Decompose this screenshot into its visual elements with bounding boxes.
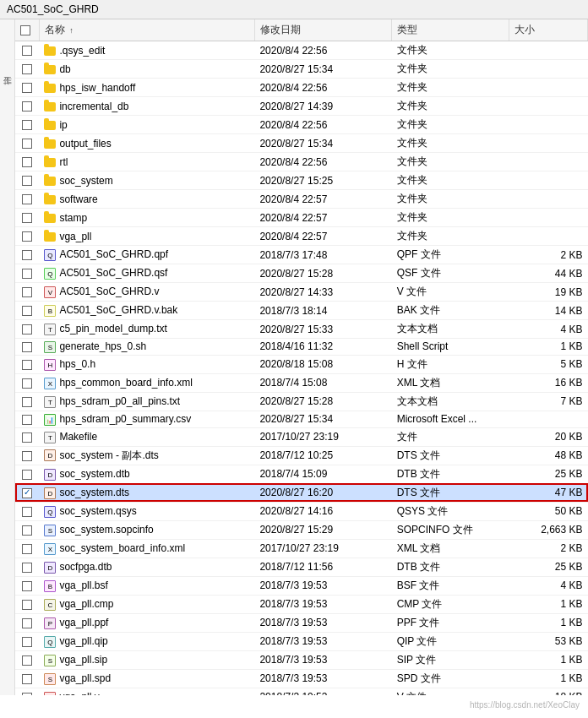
col-header-date[interactable]: 修改日期 bbox=[254, 19, 391, 41]
table-row[interactable]: Svga_pll.spd2018/7/3 19:53SPD 文件1 KB bbox=[15, 669, 588, 688]
row-checkbox[interactable] bbox=[22, 342, 32, 352]
row-checkbox[interactable] bbox=[22, 139, 32, 149]
table-row[interactable]: db2020/8/27 15:34文件夹 bbox=[15, 60, 588, 79]
table-row[interactable]: stamp2020/8/4 22:57文件夹 bbox=[15, 209, 588, 227]
main-content[interactable]: 名称 ↑ 修改日期 类型 大小 .qsys_edit2020/8/4 22:56… bbox=[15, 19, 588, 695]
table-row[interactable]: Sgenerate_hps_0.sh2018/4/16 11:32Shell S… bbox=[15, 339, 588, 356]
table-row[interactable]: 📊hps_sdram_p0_summary.csv2020/8/27 15:34… bbox=[15, 411, 588, 427]
table-row[interactable]: Dsoc_system - 副本.dts2018/7/12 10:25DTS 文… bbox=[15, 446, 588, 465]
table-row[interactable]: Pvga_pll.ppf2018/7/3 19:53PPF 文件1 KB bbox=[15, 613, 588, 632]
row-checkbox[interactable] bbox=[22, 194, 32, 204]
row-checkbox[interactable] bbox=[22, 563, 32, 573]
file-type: BSF 文件 bbox=[392, 576, 509, 595]
row-checkbox[interactable] bbox=[22, 674, 32, 684]
table-row[interactable]: QAC501_SoC_GHRD.qsf2020/8/27 15:28QSF 文件… bbox=[15, 264, 588, 283]
row-checkbox-cell bbox=[15, 171, 39, 190]
row-checkbox[interactable] bbox=[22, 581, 32, 591]
row-checkbox[interactable] bbox=[22, 101, 32, 112]
table-row[interactable]: vga_pll2020/8/4 22:57文件夹 bbox=[15, 227, 588, 246]
file-name: Xsoc_system_board_info.xml bbox=[39, 539, 254, 558]
table-row[interactable]: Dsocfpga.dtb2018/7/12 11:56DTB 文件25 KB bbox=[15, 558, 588, 576]
file-name: stamp bbox=[39, 209, 254, 227]
row-checkbox[interactable] bbox=[22, 46, 32, 56]
row-checkbox[interactable] bbox=[22, 693, 32, 695]
row-checkbox[interactable] bbox=[22, 378, 32, 389]
table-row[interactable]: Hhps_0.h2020/8/18 15:08H 文件5 KB bbox=[15, 355, 588, 373]
row-checkbox[interactable] bbox=[22, 360, 32, 370]
table-row[interactable]: Xhps_common_board_info.xml2018/7/4 15:08… bbox=[15, 373, 588, 392]
table-row[interactable]: Dsoc_system.dtb2018/7/4 15:09DTB 文件25 KB bbox=[15, 465, 588, 483]
file-name: db bbox=[39, 60, 254, 79]
table-row[interactable]: QAC501_SoC_GHRD.qpf2018/7/3 17:48QPF 文件2… bbox=[15, 246, 588, 264]
table-row[interactable]: soc_system2020/8/27 15:25文件夹 bbox=[15, 171, 588, 190]
file-name: hps_isw_handoff bbox=[39, 79, 254, 97]
file-size: 44 KB bbox=[509, 264, 588, 283]
file-date: 2020/8/4 22:56 bbox=[254, 79, 391, 97]
table-row[interactable]: Thps_sdram_p0_all_pins.txt2020/8/27 15:2… bbox=[15, 392, 588, 411]
row-checkbox[interactable] bbox=[22, 120, 32, 130]
table-row[interactable]: VAC501_SoC_GHRD.v2020/8/27 14:33V 文件19 K… bbox=[15, 283, 588, 302]
header-checkbox[interactable] bbox=[20, 25, 30, 35]
row-checkbox[interactable] bbox=[22, 618, 32, 628]
file-type: SPD 文件 bbox=[392, 669, 509, 688]
file-name: Vvga_pll.v bbox=[39, 688, 254, 695]
table-row[interactable]: Vvga_pll.v2018/7/3 19:53V 文件18 KB bbox=[15, 688, 588, 695]
table-row[interactable]: BAC501_SoC_GHRD.v.bak2018/7/3 18:14BAK 文… bbox=[15, 302, 588, 320]
row-checkbox[interactable] bbox=[22, 213, 32, 223]
table-row[interactable]: output_files2020/8/27 15:34文件夹 bbox=[15, 134, 588, 153]
table-row[interactable]: Xsoc_system_board_info.xml2017/10/27 23:… bbox=[15, 539, 588, 558]
table-row[interactable]: hps_isw_handoff2020/8/4 22:56文件夹 bbox=[15, 79, 588, 97]
row-checkbox[interactable] bbox=[22, 507, 32, 517]
row-checkbox[interactable] bbox=[22, 287, 32, 297]
row-checkbox[interactable] bbox=[22, 397, 32, 407]
row-checkbox[interactable] bbox=[22, 637, 32, 647]
row-checkbox[interactable] bbox=[22, 432, 32, 443]
row-checkbox[interactable] bbox=[22, 488, 32, 498]
file-date: 2020/8/4 22:57 bbox=[254, 227, 391, 246]
file-date: 2020/8/27 15:25 bbox=[254, 171, 391, 190]
table-row[interactable]: TMakefile2017/10/27 23:19文件20 KB bbox=[15, 427, 588, 446]
row-checkbox[interactable] bbox=[22, 415, 32, 425]
row-checkbox-cell bbox=[15, 355, 39, 373]
file-type: H 文件 bbox=[392, 355, 509, 373]
file-type: XML 文档 bbox=[392, 539, 509, 558]
file-size: 53 KB bbox=[509, 632, 588, 650]
table-row[interactable]: ip2020/8/4 22:56文件夹 bbox=[15, 116, 588, 134]
table-row[interactable]: incremental_db2020/8/27 14:39文件夹 bbox=[15, 97, 588, 116]
row-checkbox[interactable] bbox=[22, 269, 32, 279]
row-checkbox[interactable] bbox=[22, 176, 32, 186]
row-checkbox[interactable] bbox=[22, 600, 32, 610]
row-checkbox[interactable] bbox=[22, 655, 32, 666]
row-checkbox[interactable] bbox=[22, 231, 32, 242]
table-row[interactable]: Bvga_pll.bsf2018/7/3 19:53BSF 文件4 KB bbox=[15, 576, 588, 595]
row-checkbox[interactable] bbox=[22, 83, 32, 93]
table-row[interactable]: Dsoc_system.dts2020/8/27 16:20DTS 文件47 K… bbox=[15, 483, 588, 502]
file-type: 文件夹 bbox=[392, 79, 509, 97]
table-row[interactable]: Qvga_pll.qip2018/7/3 19:53QIP 文件53 KB bbox=[15, 632, 588, 650]
col-header-name[interactable]: 名称 ↑ bbox=[39, 19, 254, 41]
row-checkbox[interactable] bbox=[22, 451, 32, 461]
table-row[interactable]: Tc5_pin_model_dump.txt2020/8/27 15:33文本文… bbox=[15, 320, 588, 339]
table-row[interactable]: Ssoc_system.sopcinfo2020/8/27 15:29SOPCI… bbox=[15, 520, 588, 539]
row-checkbox[interactable] bbox=[22, 157, 32, 167]
row-checkbox[interactable] bbox=[22, 250, 32, 260]
table-row[interactable]: Svga_pll.sip2018/7/3 19:53SIP 文件1 KB bbox=[15, 650, 588, 669]
col-header-size[interactable]: 大小 bbox=[509, 19, 588, 41]
row-checkbox[interactable] bbox=[22, 64, 32, 74]
table-row[interactable]: software2020/8/4 22:57文件夹 bbox=[15, 190, 588, 209]
row-checkbox[interactable] bbox=[22, 544, 32, 554]
file-type: 文件夹 bbox=[392, 190, 509, 209]
file-date: 2018/7/4 15:08 bbox=[254, 373, 391, 392]
row-checkbox[interactable] bbox=[22, 470, 32, 480]
col-header-type[interactable]: 类型 bbox=[392, 19, 509, 41]
row-checkbox[interactable] bbox=[22, 324, 32, 335]
file-name: Ssoc_system.sopcinfo bbox=[39, 520, 254, 539]
table-row[interactable]: rtl2020/8/4 22:56文件夹 bbox=[15, 153, 588, 171]
row-checkbox[interactable] bbox=[22, 525, 32, 536]
table-row[interactable]: Cvga_pll.cmp2018/7/3 19:53CMP 文件1 KB bbox=[15, 595, 588, 613]
table-row[interactable]: .qsys_edit2020/8/4 22:56文件夹 bbox=[15, 41, 588, 60]
table-row[interactable]: Qsoc_system.qsys2020/8/27 14:16QSYS 文件50… bbox=[15, 502, 588, 520]
file-type: SOPCINFO 文件 bbox=[392, 520, 509, 539]
row-checkbox[interactable] bbox=[22, 306, 32, 316]
file-date: 2020/8/4 22:57 bbox=[254, 209, 391, 227]
